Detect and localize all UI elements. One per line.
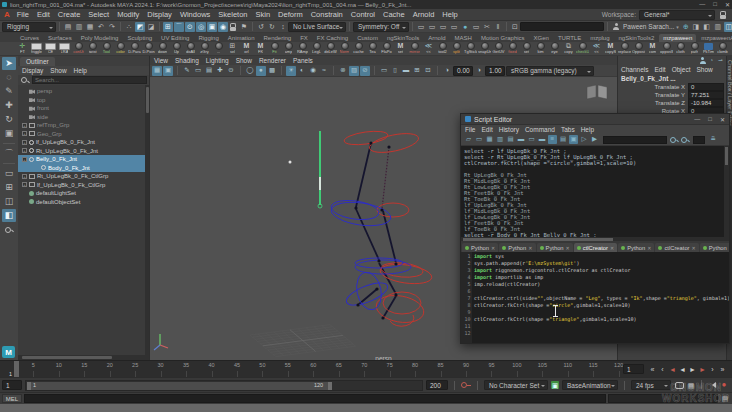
ao-icon[interactable]: ◉ [308, 66, 318, 76]
resolution-gate-icon[interactable]: ▭ [379, 66, 389, 76]
shelf-item-kim[interactable]: kim [534, 42, 547, 55]
script-tab-python[interactable]: Python✕ [537, 243, 573, 252]
cut-icon[interactable]: ✂ [482, 22, 492, 32]
shelf-tab-arnold[interactable]: Arnold [424, 34, 449, 42]
outliner-item-body-0-fk-jnt[interactable]: Body_0_Fk_Jnt [18, 164, 149, 173]
smooth-shade-icon[interactable]: ● [256, 66, 266, 76]
menu-renderer[interactable]: Renderer [259, 57, 286, 64]
script-tab-python[interactable]: Python✕ [618, 243, 654, 252]
goto-line-field[interactable] [693, 136, 705, 144]
exposure-field[interactable]: 0.00 [453, 66, 473, 76]
code-line[interactable]: import riggnomon.rigcontrol.ctlCreator a… [474, 267, 729, 274]
script-editor-minimize-button[interactable]: — [694, 116, 700, 123]
camera-bookmark-icon[interactable]: ▭ [193, 66, 203, 76]
command-input[interactable] [24, 394, 606, 403]
shelf-item-mirror[interactable]: mirror [408, 42, 421, 55]
snap-to-projected-center-icon[interactable]: ◎ [196, 22, 206, 32]
open-script-icon[interactable]: ▱ [464, 135, 473, 144]
modeling-toolkit-icon[interactable]: ⊡ [510, 22, 520, 32]
shelf-item-replace[interactable]: replace [618, 42, 631, 55]
comment-icon[interactable] [674, 380, 684, 390]
outliner-item-defaultlightset[interactable]: defaultLightSet [18, 189, 149, 198]
menu-file[interactable]: File [465, 126, 475, 133]
two-pane-layout-icon[interactable]: ◫ [2, 195, 16, 208]
menu-skin[interactable]: Skin [256, 10, 271, 19]
selected-joint-chain[interactable] [318, 131, 322, 208]
step-back-key-button[interactable]: ◄ [668, 363, 677, 375]
online-globe-icon[interactable]: ⊕ [681, 22, 691, 32]
tool-settings-toggle-icon[interactable]: ◧ [702, 22, 712, 32]
menu-tabs[interactable]: Tabs [561, 126, 575, 133]
expand-toggle-icon[interactable]: + [22, 174, 27, 179]
set-key-icon[interactable] [461, 380, 471, 390]
anim-layer-icon[interactable]: ▣ [551, 381, 559, 389]
outliner-persp-layout-icon[interactable]: ◧ [2, 209, 16, 222]
gate-mask-icon[interactable]: ▬ [401, 66, 411, 76]
channel-box-toggle-icon[interactable]: ▥ [713, 22, 723, 32]
isolate-select-icon[interactable]: ⊚ [338, 66, 348, 76]
twist-chain[interactable] [382, 147, 389, 209]
shelf-tab-surfaces[interactable]: Surfaces [44, 34, 76, 42]
menu-shading[interactable]: Shading [175, 57, 199, 64]
minimize-button[interactable]: — [699, 1, 705, 8]
script-tab-ctlcreator[interactable]: ctlCreator✕ [655, 243, 698, 252]
outliner-item-persp[interactable]: persp [18, 87, 149, 96]
scale-tool-icon[interactable]: ▣ [2, 127, 16, 140]
search-replace-icon[interactable]: ▥ [496, 135, 505, 144]
snap-to-point-icon[interactable]: ⊙ [185, 22, 195, 32]
time-slider[interactable]: 1 51015202530354045505560657075808590951… [0, 360, 732, 377]
execute-icon[interactable]: ▶ [590, 135, 599, 144]
tab-close-icon[interactable]: ✕ [491, 245, 495, 251]
auto-key-icon[interactable]: ● [719, 380, 729, 390]
single-pane-layout-icon[interactable]: ▭ [2, 167, 16, 180]
script-editor-search-input[interactable] [603, 136, 667, 144]
clear-input-icon[interactable]: ▭ [527, 135, 536, 144]
shelf-item-down[interactable]: down [156, 42, 169, 55]
animation-start-field[interactable]: 1 [2, 380, 22, 390]
shelf-item-d-poin[interactable]: D-Poin [142, 42, 155, 55]
shelf-item-color[interactable]: color [114, 42, 127, 55]
shelf-item-fk[interactable]: MFK [254, 42, 267, 55]
shelf-item-set[interactable]: Mset [394, 42, 407, 55]
input-connections-icon[interactable]: ↺ [256, 22, 266, 32]
shelf-item-fixed[interactable]: fixed [506, 42, 519, 55]
layout-search-icon[interactable] [2, 223, 16, 236]
render-view-icon[interactable]: ▭ [416, 22, 426, 32]
shelf-item-getuv[interactable]: GetUV [492, 42, 505, 55]
script-tab-python[interactable]: Python✕ [499, 243, 535, 252]
maximize-button[interactable]: □ [713, 1, 717, 8]
symmetry-dropdown[interactable]: Symmetry: Off [353, 22, 409, 32]
menu-set-dropdown[interactable]: Rigging [2, 22, 56, 32]
history-horizontal-scrollbar[interactable] [461, 237, 724, 241]
four-pane-layout-icon[interactable]: ⊞ [2, 181, 16, 194]
shelf-item-twist[interactable]: twist [86, 42, 99, 55]
script-editor-maximize-button[interactable]: □ [708, 116, 712, 123]
script-editor-input-pane[interactable]: 123456789101112 import syssys.path.appen… [461, 252, 729, 343]
tab-close-icon[interactable]: ✕ [647, 245, 651, 251]
shelf-tab-poly-modeling[interactable]: Poly Modeling [77, 34, 123, 42]
range-start-handle[interactable] [27, 382, 31, 390]
play-forwards-button[interactable]: ► [688, 363, 697, 375]
step-back-frame-button[interactable]: ‹ [658, 363, 667, 375]
shelf-item-snapuni[interactable]: snapUni [478, 42, 491, 55]
camera-lock-icon[interactable]: ▣ [163, 66, 173, 76]
shelf-item-fit[interactable]: Fit [268, 42, 281, 55]
expand-toggle-icon[interactable]: + [22, 123, 27, 128]
hypershade-icon[interactable]: ● [460, 22, 470, 32]
code-line[interactable]: sys.path.append(r'E:\mzSystem\git') [474, 260, 729, 267]
timeline-ticks[interactable]: 1 51015202530354045505560657075808590951… [0, 361, 620, 378]
ipr-render-icon[interactable]: ▭ [438, 22, 448, 32]
outliner-item-defaultobjectset[interactable]: defaultObjectSet [18, 198, 149, 207]
shelf-tab-ngskintools2[interactable]: ngSkinTools2 [615, 34, 659, 42]
snap-to-grid-icon[interactable]: ⊞ [163, 22, 173, 32]
shelf-tab-rendering[interactable]: Rendering [259, 34, 295, 42]
shelf-tab-motion-graphics[interactable]: Motion Graphics [477, 34, 529, 42]
menu-show[interactable]: Show [696, 66, 712, 73]
pin-icon[interactable]: ⊸ [717, 57, 724, 64]
expand-toggle-icon[interactable]: + [22, 157, 27, 162]
shelf-item-flapo[interactable]: FlaPo [380, 42, 393, 55]
attribute-value[interactable]: 0 [688, 83, 724, 91]
menu-display[interactable]: Display [22, 67, 43, 74]
expand-toggle-icon[interactable]: + [22, 182, 27, 187]
shelf-tab-custom[interactable]: Custom [353, 34, 382, 42]
